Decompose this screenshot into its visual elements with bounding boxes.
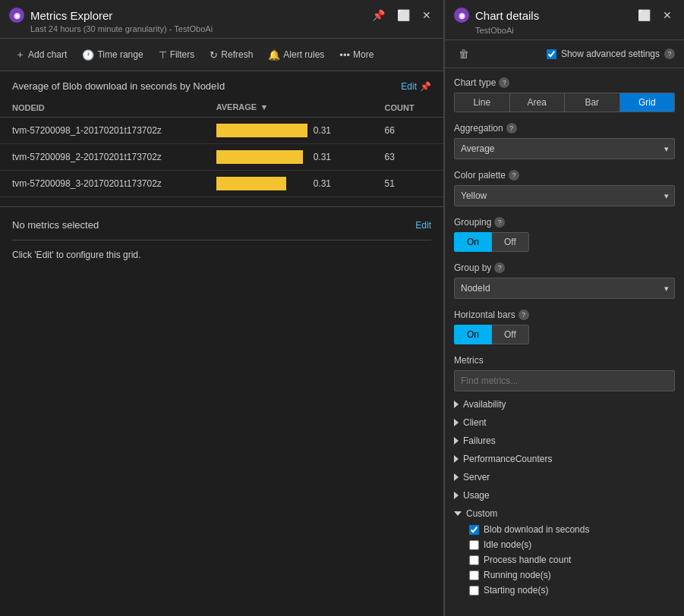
metric-category-failures-header[interactable]: Failures	[454, 432, 675, 449]
sort-icon: ▾	[262, 102, 266, 112]
grouping-section-label: Grouping ?	[454, 217, 675, 228]
metric-checkbox-idle-node(s)[interactable]	[469, 540, 479, 550]
col-nodeid-header[interactable]: NODEID	[0, 98, 204, 118]
metric-category-usage-header[interactable]: Usage	[454, 487, 675, 504]
metric-checkbox-blob-download-in-seconds[interactable]	[469, 525, 479, 535]
metric-category-name: Usage	[463, 490, 490, 501]
metric-category-name: PerformanceCounters	[463, 454, 552, 464]
cell-count: 63	[373, 144, 443, 171]
metric-item-label: Running node(s)	[484, 570, 551, 580]
color-palette-label: Color palette	[454, 170, 506, 181]
table-header-1: NODEID AVERAGE ▾ COUNT	[0, 98, 443, 118]
metric-category: Usage	[454, 487, 675, 504]
close-left-button[interactable]: ✕	[419, 8, 434, 23]
chevron-right-icon	[454, 401, 459, 408]
delete-button[interactable]: 🗑	[454, 46, 474, 61]
metric-checkbox-process-handle-count[interactable]	[469, 555, 479, 565]
left-panel-title: Metrics Explorer	[30, 9, 112, 22]
metric-checkbox-running-node(s)[interactable]	[469, 570, 479, 580]
hbars-off-button[interactable]: Off	[492, 325, 529, 344]
col-average-header[interactable]: AVERAGE ▾	[204, 98, 373, 118]
chart2-edit-button[interactable]: Edit	[415, 220, 431, 231]
metric-category-client-header[interactable]: Client	[454, 414, 675, 431]
chart-type-area-button[interactable]: Area	[510, 93, 566, 112]
chevron-down-icon	[454, 511, 462, 516]
no-metrics-body: Click 'Edit' to configure this grid.	[12, 240, 431, 260]
grouping-help-icon[interactable]: ?	[494, 217, 505, 228]
chart-type-section-label: Chart type ?	[454, 77, 675, 88]
metric-item: Blob download in seconds	[469, 522, 675, 537]
cell-average: 0.31	[204, 118, 373, 144]
col-count-header[interactable]: COUNT	[373, 98, 443, 118]
metric-category: Failures	[454, 432, 675, 449]
time-range-button[interactable]: 🕐 Time range	[76, 46, 149, 64]
pin-small-icon: 📌	[420, 81, 431, 92]
aggregation-help-icon[interactable]: ?	[506, 123, 517, 134]
chart1-header: Average of Blob download in seconds by N…	[0, 71, 443, 98]
table-row: tvm-57200098_3-20170201t173702z 0.31 51	[0, 171, 443, 197]
metric-checkbox-starting-node(s)[interactable]	[469, 586, 479, 596]
refresh-button[interactable]: ↻ Refresh	[203, 46, 259, 64]
add-icon: ＋	[15, 48, 25, 61]
bell-icon: 🔔	[268, 49, 280, 61]
table-row: tvm-57200098_2-20170201t173702z 0.31 63	[0, 144, 443, 171]
metric-category-performancecounters-header[interactable]: PerformanceCounters	[454, 451, 675, 467]
right-panel: ◉ Chart details ⬜ ✕ TestOboAi 🗑 Show adv…	[444, 0, 684, 616]
metric-item: Process handle count	[469, 552, 675, 567]
grouping-on-button[interactable]: On	[454, 232, 492, 252]
chart2-edit-label: Edit	[415, 220, 431, 231]
left-toolbar: ＋ Add chart 🕐 Time range ⊤ Filters ↻ Ref…	[0, 39, 443, 71]
metric-category-name: Custom	[466, 508, 497, 519]
chevron-right-icon	[454, 455, 459, 463]
chart-type-grid-button[interactable]: Grid	[620, 93, 675, 112]
color-palette-select[interactable]: YellowBlueGreenRedPurple	[454, 185, 675, 206]
metric-category: Client	[454, 414, 675, 431]
metric-category-name: Server	[463, 472, 490, 482]
aggregation-select[interactable]: AverageSumCountMinMax	[454, 138, 675, 159]
group-by-help-icon[interactable]: ?	[494, 262, 505, 273]
table-body-1: tvm-57200098_1-20170201t173702z 0.31 66 …	[0, 118, 443, 197]
maximize-button[interactable]: ⬜	[394, 8, 413, 23]
left-panel: ◉ Metrics Explorer 📌 ⬜ ✕ Last 24 hours (…	[0, 0, 444, 616]
metric-category-server-header[interactable]: Server	[454, 469, 675, 486]
right-maximize-button[interactable]: ⬜	[635, 8, 654, 23]
group-by-select[interactable]: NodeIdNone	[454, 278, 675, 299]
chart-type-line-button[interactable]: Line	[455, 93, 510, 112]
refresh-icon: ↻	[210, 49, 218, 61]
advanced-settings-checkbox[interactable]	[547, 49, 556, 59]
right-window-controls: ⬜ ✕	[635, 8, 675, 23]
chart1-edit-button[interactable]: Edit 📌	[401, 81, 431, 92]
more-label: More	[353, 49, 374, 60]
chevron-right-icon	[454, 473, 459, 481]
pin-button[interactable]: 📌	[369, 8, 388, 23]
metric-category-name: Client	[463, 417, 487, 428]
metric-category: PerformanceCounters	[454, 451, 675, 467]
cell-count: 51	[373, 171, 443, 197]
chart-type-bar-button[interactable]: Bar	[565, 93, 620, 112]
horizontal-bars-help-icon[interactable]: ?	[519, 310, 529, 320]
col-average-label: AVERAGE	[216, 102, 257, 112]
horizontal-bars-section-label: Horizontal bars ?	[454, 310, 675, 320]
chart-type-help-icon[interactable]: ?	[499, 77, 509, 88]
data-table-1: NODEID AVERAGE ▾ COUNT tvm-57200098_1-20…	[0, 98, 443, 197]
metric-item: Running node(s)	[469, 567, 675, 583]
filters-button[interactable]: ⊤ Filters	[153, 46, 201, 64]
right-panel-title: Chart details	[475, 9, 539, 22]
more-button[interactable]: ••• More	[333, 46, 380, 64]
metric-item-label: Process handle count	[484, 555, 571, 565]
metric-category-availability-header[interactable]: Availability	[454, 396, 675, 413]
metric-category-custom-header[interactable]: Custom	[454, 505, 675, 522]
cell-nodeid: tvm-57200098_2-20170201t173702z	[0, 144, 204, 171]
grouping-off-button[interactable]: Off	[492, 232, 529, 252]
metrics-search-input[interactable]	[454, 370, 675, 391]
right-close-button[interactable]: ✕	[660, 8, 675, 23]
more-icon: •••	[339, 49, 350, 61]
chevron-right-icon	[454, 492, 459, 499]
metrics-logo-icon: ◉	[9, 8, 24, 23]
hbars-on-button[interactable]: On	[454, 325, 492, 344]
advanced-help-icon[interactable]: ?	[664, 49, 675, 59]
cell-average: 0.31	[204, 144, 373, 171]
add-chart-button[interactable]: ＋ Add chart	[9, 45, 73, 64]
alert-rules-button[interactable]: 🔔 Alert rules	[262, 46, 330, 64]
color-palette-help-icon[interactable]: ?	[509, 170, 519, 181]
